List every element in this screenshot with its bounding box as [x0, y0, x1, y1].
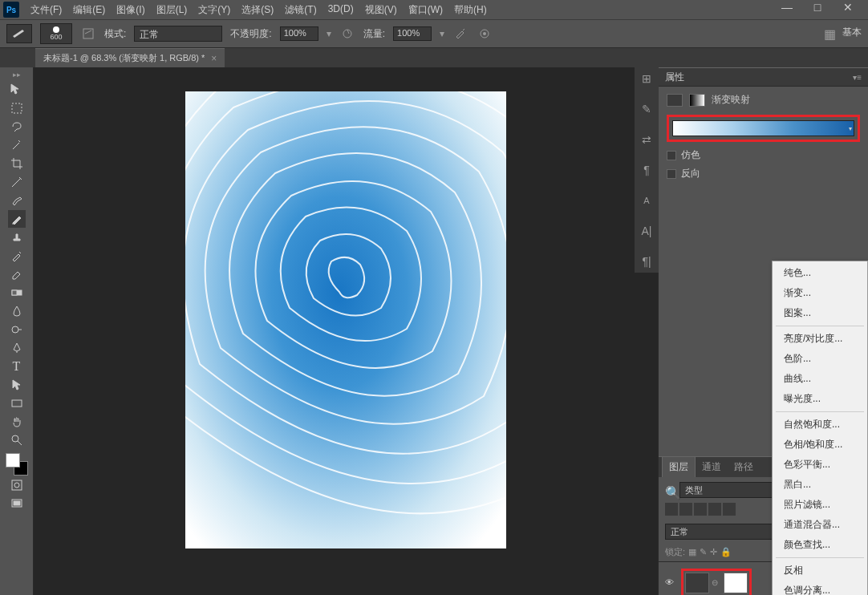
close-document-icon[interactable]: × — [211, 53, 217, 64]
basic-workspace-button[interactable]: 基本 — [842, 26, 862, 42]
move-tool[interactable] — [8, 81, 26, 99]
ctx-vibrance[interactable]: 自然饱和度... — [773, 415, 867, 435]
minimize-button[interactable]: — — [775, 1, 799, 15]
path-selection-tool[interactable] — [8, 376, 26, 394]
menu-layer[interactable]: 图层(L) — [152, 2, 193, 18]
healing-brush-tool[interactable] — [8, 192, 26, 209]
menu-type[interactable]: 文字(Y) — [193, 2, 235, 18]
brush-tool[interactable] — [8, 210, 26, 228]
menu-edit[interactable]: 编辑(E) — [68, 2, 110, 18]
ctx-gradient[interactable]: 渐变... — [773, 283, 867, 303]
ctx-exposure[interactable]: 曝光度... — [773, 389, 867, 409]
menu-3d[interactable]: 3D(D) — [323, 2, 359, 18]
lock-position-icon[interactable]: ✛ — [710, 547, 717, 557]
filter-shape-icon[interactable] — [708, 503, 721, 516]
ctx-channel-mixer[interactable]: 通道混合器... — [773, 515, 867, 535]
ctx-hue-saturation[interactable]: 色相/饱和度... — [773, 435, 867, 455]
mask-type-icon — [689, 94, 705, 107]
screen-mode-tool[interactable] — [8, 495, 26, 512]
zoom-tool[interactable] — [8, 431, 26, 449]
ctx-brightness-contrast[interactable]: 亮度/对比度... — [773, 329, 867, 349]
opacity-field[interactable]: 100% — [280, 26, 318, 41]
mask-thumb[interactable] — [724, 573, 748, 593]
marquee-tool[interactable] — [8, 99, 26, 117]
brush-panel-toggle-icon[interactable] — [80, 26, 96, 42]
menu-file[interactable]: 文件(F) — [26, 2, 67, 18]
ctx-invert[interactable]: 反相 — [773, 561, 867, 581]
filter-type-icon[interactable] — [694, 503, 707, 516]
close-window-button[interactable]: ✕ — [836, 1, 860, 15]
tool-preset-picker[interactable] — [6, 24, 32, 43]
adjustment-thumb[interactable] — [685, 573, 709, 593]
hand-tool[interactable] — [8, 413, 26, 431]
canvas-area[interactable] — [34, 67, 658, 595]
opacity-pressure-icon[interactable] — [339, 26, 355, 42]
ctx-color-lookup[interactable]: 颜色查找... — [773, 535, 867, 555]
visibility-icon[interactable]: 👁 — [665, 577, 676, 589]
airbrush-icon[interactable] — [452, 26, 468, 42]
eraser-tool[interactable] — [8, 265, 26, 283]
quick-mask-tool[interactable] — [8, 476, 26, 494]
pen-tool[interactable] — [8, 339, 26, 357]
ctx-levels[interactable]: 色阶... — [773, 349, 867, 369]
filter-smart-icon[interactable] — [723, 503, 736, 516]
menu-image[interactable]: 图像(I) — [112, 2, 149, 18]
text-tool[interactable]: T — [8, 358, 26, 375]
tab-layers[interactable]: 图层 — [662, 456, 696, 477]
flow-field[interactable]: 100% — [393, 26, 432, 41]
ctx-solid-color[interactable]: 纯色... — [773, 263, 867, 283]
document-canvas[interactable] — [185, 91, 506, 548]
crop-tool[interactable] — [8, 155, 26, 172]
ctx-pattern[interactable]: 图案... — [773, 303, 867, 323]
paragraph-panel-icon[interactable]: ¶ — [639, 162, 655, 178]
history-brush-tool[interactable] — [8, 247, 26, 265]
gradient-tool[interactable] — [8, 284, 26, 302]
document-tab[interactable]: 未标题-1 @ 68.3% (渐变映射 1, RGB/8) * × — [35, 48, 225, 67]
color-swatches[interactable] — [6, 453, 28, 476]
history-panel-icon[interactable]: ⊞ — [639, 71, 655, 87]
menu-filter[interactable]: 滤镜(T) — [280, 2, 321, 18]
character-panel-icon[interactable]: A — [639, 192, 655, 208]
panel-grip-icon[interactable]: ▸▸ — [13, 71, 21, 79]
brush-presets-icon[interactable]: ⇄ — [639, 132, 655, 148]
ctx-black-white[interactable]: 黑白... — [773, 475, 867, 495]
filter-adjustment-icon[interactable] — [679, 503, 692, 516]
dodge-tool[interactable] — [8, 321, 26, 338]
foreground-color-swatch[interactable] — [6, 453, 20, 468]
menu-window[interactable]: 窗口(W) — [404, 2, 448, 18]
tab-channels[interactable]: 通道 — [696, 457, 728, 477]
brush-preset-picker[interactable]: 600 — [40, 23, 72, 44]
lock-transparency-icon[interactable]: ▦ — [688, 547, 696, 557]
blur-tool[interactable] — [8, 302, 26, 320]
rectangle-tool[interactable] — [8, 395, 26, 412]
ctx-curves[interactable]: 曲线... — [773, 369, 867, 389]
magic-wand-tool[interactable] — [8, 136, 26, 154]
ctx-posterize[interactable]: 色调分离... — [773, 581, 867, 595]
paragraph-styles-icon[interactable]: ¶| — [639, 253, 655, 269]
lasso-tool[interactable] — [8, 118, 26, 136]
brush-panel-icon[interactable]: ✎ — [639, 101, 655, 117]
tab-paths[interactable]: 路径 — [728, 457, 760, 477]
reverse-checkbox[interactable] — [667, 169, 676, 179]
menu-view[interactable]: 视图(V) — [360, 2, 402, 18]
panel-dock-icon[interactable]: ▦ — [821, 26, 838, 42]
menu-select[interactable]: 选择(S) — [237, 2, 278, 18]
blend-mode-select[interactable]: 正常 — [134, 26, 222, 42]
ctx-color-balance[interactable]: 色彩平衡... — [773, 455, 867, 475]
lock-paint-icon[interactable]: ✎ — [700, 547, 707, 557]
svg-rect-8 — [12, 400, 22, 407]
maximize-button[interactable]: □ — [805, 1, 829, 15]
clone-stamp-tool[interactable] — [8, 229, 26, 246]
pressure-size-icon[interactable] — [477, 26, 493, 42]
ctx-photo-filter[interactable]: 照片滤镜... — [773, 495, 867, 515]
eyedropper-tool[interactable] — [8, 173, 26, 191]
menu-help[interactable]: 帮助(H) — [449, 2, 492, 18]
document-title: 未标题-1 @ 68.3% (渐变映射 1, RGB/8) * — [43, 52, 205, 64]
styles-panel-icon[interactable]: A| — [639, 223, 655, 239]
gradient-dropdown-icon[interactable]: ▾ — [849, 125, 852, 132]
panel-menu-icon[interactable]: ▾≡ — [853, 73, 862, 82]
lock-all-icon[interactable]: 🔒 — [720, 547, 732, 557]
gradient-picker[interactable]: ▾ — [672, 120, 854, 136]
dither-checkbox[interactable] — [667, 151, 676, 160]
filter-pixel-icon[interactable] — [665, 503, 678, 516]
